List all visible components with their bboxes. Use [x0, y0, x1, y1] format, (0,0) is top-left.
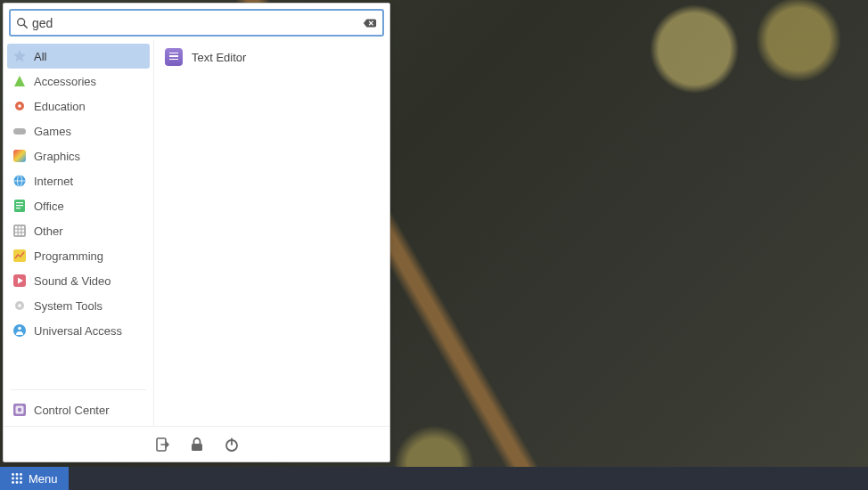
svg-rect-22 [22, 233, 25, 236]
category-label: Other [34, 225, 63, 238]
svg-point-43 [16, 481, 19, 484]
svg-rect-33 [192, 444, 202, 451]
result-label: Text Editor [192, 51, 246, 64]
category-label: Internet [34, 175, 73, 188]
category-item-all[interactable]: All [7, 44, 150, 69]
category-label: All [34, 50, 46, 63]
category-list: AllAccessoriesEducationGamesGraphicsInte… [7, 44, 150, 382]
category-sidebar: AllAccessoriesEducationGamesGraphicsInte… [4, 40, 153, 426]
category-item-system-tools[interactable]: System Tools [7, 293, 150, 318]
menu-body: AllAccessoriesEducationGamesGraphicsInte… [4, 40, 389, 426]
svg-point-36 [12, 473, 14, 476]
result-item-gedit[interactable]: Text Editor [158, 44, 386, 70]
games-icon [12, 124, 27, 138]
search-input[interactable] [32, 16, 363, 30]
control-center-label: Control Center [34, 404, 110, 417]
menu-button[interactable]: Menu [0, 467, 69, 490]
svg-rect-19 [22, 230, 25, 233]
education-icon [12, 99, 27, 113]
search-row [4, 4, 389, 40]
category-item-education[interactable]: Education [7, 94, 150, 118]
taskbar: Menu [0, 467, 868, 490]
application-menu-panel: AllAccessoriesEducationGamesGraphicsInte… [3, 3, 390, 462]
category-label: Programming [34, 249, 103, 263]
universal-access-icon [12, 323, 27, 338]
search-icon [16, 17, 29, 29]
category-label: Universal Access [34, 324, 122, 338]
menu-grid-icon [11, 472, 23, 485]
programming-icon [12, 249, 27, 263]
svg-point-31 [18, 408, 21, 412]
svg-point-38 [20, 473, 22, 476]
category-item-office[interactable]: Office [7, 193, 150, 218]
category-label: Office [34, 200, 64, 213]
category-item-internet[interactable]: Internet [7, 168, 150, 193]
svg-point-26 [18, 304, 21, 307]
svg-point-39 [12, 478, 14, 480]
control-center-item[interactable]: Control Center [7, 397, 150, 422]
category-item-graphics[interactable]: Graphics [7, 143, 150, 168]
other-icon [12, 224, 27, 238]
system-tools-icon [12, 298, 27, 313]
internet-icon [12, 174, 27, 188]
svg-point-44 [20, 481, 22, 484]
office-icon [12, 199, 27, 213]
all-icon [12, 49, 27, 63]
svg-rect-10 [16, 202, 23, 203]
svg-rect-18 [19, 230, 21, 233]
results-pane: Text Editor [153, 40, 389, 426]
category-item-sound-video[interactable]: Sound & Video [7, 268, 150, 293]
control-center-icon [12, 403, 27, 417]
svg-rect-11 [16, 205, 23, 206]
power-button[interactable] [224, 437, 240, 453]
svg-rect-17 [15, 230, 18, 233]
category-label: Games [34, 125, 71, 138]
category-item-games[interactable]: Games [7, 118, 150, 143]
sound-video-icon [12, 274, 27, 288]
category-divider [11, 389, 146, 390]
svg-point-40 [16, 478, 19, 480]
svg-rect-12 [16, 208, 20, 208]
lock-button[interactable] [190, 437, 204, 453]
logout-button[interactable] [154, 437, 170, 453]
svg-rect-14 [15, 226, 18, 229]
category-item-programming[interactable]: Programming [7, 243, 150, 268]
clear-search-icon[interactable] [363, 17, 377, 29]
category-label: Sound & Video [34, 274, 111, 288]
svg-rect-5 [13, 150, 26, 162]
accessories-icon [12, 74, 27, 88]
svg-rect-21 [19, 233, 21, 236]
svg-point-28 [18, 327, 21, 331]
category-label: System Tools [34, 299, 102, 313]
category-item-universal-access[interactable]: Universal Access [7, 318, 150, 343]
search-field-wrapper[interactable] [9, 9, 384, 37]
category-label: Accessories [34, 75, 96, 88]
graphics-icon [12, 149, 27, 163]
text-editor-icon [165, 48, 183, 66]
svg-rect-20 [15, 233, 18, 236]
menu-button-label: Menu [29, 472, 58, 486]
svg-point-37 [16, 473, 19, 476]
category-label: Graphics [34, 150, 80, 163]
desktop-background: AllAccessoriesEducationGamesGraphicsInte… [0, 0, 868, 490]
session-buttons-row [4, 426, 389, 461]
svg-rect-4 [13, 128, 26, 135]
svg-point-41 [20, 478, 22, 480]
category-label: Education [34, 100, 86, 113]
svg-rect-15 [19, 226, 21, 229]
category-item-accessories[interactable]: Accessories [7, 69, 150, 94]
svg-point-42 [12, 481, 14, 484]
svg-rect-16 [22, 226, 25, 229]
svg-point-3 [18, 104, 21, 108]
svg-line-1 [24, 24, 27, 27]
category-item-other[interactable]: Other [7, 218, 150, 243]
